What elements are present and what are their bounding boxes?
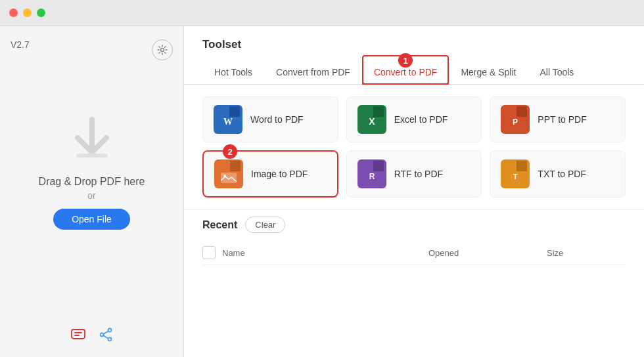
sidebar-bottom-icons bbox=[69, 326, 115, 344]
version-label: V2.7 bbox=[11, 39, 30, 50]
rtf-icon: R bbox=[357, 159, 386, 188]
col-name: Name bbox=[222, 248, 428, 258]
svg-point-0 bbox=[161, 49, 164, 52]
tool-rtf-to-pdf[interactable]: R RTF to PDF bbox=[346, 150, 482, 198]
titlebar bbox=[0, 0, 644, 26]
tab-bar: Hot Tools Convert from PDF 1 Convert to … bbox=[184, 60, 644, 85]
svg-rect-1 bbox=[76, 154, 108, 158]
svg-point-3 bbox=[108, 329, 111, 332]
main-layout: V2.7 Drag & Drop PDF here or Open File bbox=[0, 26, 644, 357]
tool-image-label: Image to PDF bbox=[251, 169, 308, 179]
close-button[interactable] bbox=[9, 9, 18, 17]
tool-word-to-pdf[interactable]: W Word to PDF bbox=[202, 96, 338, 142]
tools-grid: W Word to PDF X Excel to PDF bbox=[184, 85, 644, 209]
toolset-header: Toolset bbox=[184, 26, 644, 60]
toolset-title: Toolset bbox=[202, 38, 626, 51]
drop-or-text: or bbox=[87, 190, 95, 201]
recent-title: Recent bbox=[202, 219, 237, 231]
recent-section: Recent Clear Name Opened Size bbox=[184, 209, 644, 265]
sidebar-header: V2.7 bbox=[11, 39, 173, 60]
maximize-button[interactable] bbox=[37, 9, 45, 17]
excel-icon: X bbox=[357, 105, 386, 134]
tab-convert-to-pdf-wrapper: 1 Convert to PDF bbox=[362, 60, 449, 84]
tab-merge-split[interactable]: Merge & Split bbox=[449, 60, 528, 84]
drop-area: Drag & Drop PDF here or Open File bbox=[39, 113, 145, 230]
table-header: Name Opened Size bbox=[202, 241, 626, 265]
gear-icon bbox=[157, 45, 168, 55]
content-area: Toolset Hot Tools Convert from PDF 1 Con… bbox=[184, 26, 644, 357]
col-size: Size bbox=[547, 248, 626, 258]
tool-ppt-to-pdf[interactable]: P PPT to PDF bbox=[490, 96, 626, 142]
svg-text:P: P bbox=[513, 117, 518, 127]
drop-text: Drag & Drop PDF here bbox=[39, 176, 145, 188]
tab-convert-from-pdf[interactable]: Convert from PDF bbox=[264, 60, 362, 84]
svg-rect-13 bbox=[517, 106, 527, 117]
recent-header: Recent Clear bbox=[202, 217, 626, 233]
step-2-badge: 2 bbox=[223, 144, 237, 159]
word-icon: W bbox=[214, 105, 242, 134]
tool-txt-label: TXT to PDF bbox=[538, 169, 586, 179]
traffic-lights bbox=[9, 9, 45, 17]
svg-text:W: W bbox=[223, 117, 233, 127]
tab-all-tools[interactable]: All Tools bbox=[528, 60, 586, 84]
col-opened: Opened bbox=[428, 248, 547, 258]
svg-text:X: X bbox=[369, 116, 375, 127]
svg-text:T: T bbox=[513, 173, 518, 180]
svg-point-5 bbox=[108, 338, 111, 341]
tab-hot-tools[interactable]: Hot Tools bbox=[202, 60, 264, 84]
open-file-button[interactable]: Open File bbox=[53, 209, 130, 230]
tool-word-label: Word to PDF bbox=[250, 114, 304, 125]
txt-icon: T bbox=[501, 159, 530, 188]
tool-excel-label: Excel to PDF bbox=[394, 114, 448, 125]
tool-ppt-label: PPT to PDF bbox=[538, 114, 586, 125]
image-icon bbox=[214, 159, 243, 188]
svg-rect-23 bbox=[517, 161, 527, 171]
tool-txt-to-pdf[interactable]: T TXT to PDF bbox=[490, 150, 626, 198]
ppt-icon: P bbox=[501, 105, 530, 134]
tool-excel-to-pdf[interactable]: X Excel to PDF bbox=[346, 96, 482, 142]
share-icon[interactable] bbox=[97, 326, 115, 344]
tool-rtf-label: RTF to PDF bbox=[394, 169, 443, 179]
minimize-button[interactable] bbox=[23, 9, 32, 17]
step-1-badge: 1 bbox=[398, 53, 413, 68]
tool-image-to-pdf[interactable]: 2 Image to PDF bbox=[202, 150, 338, 198]
svg-rect-20 bbox=[373, 161, 384, 171]
settings-button[interactable] bbox=[152, 39, 173, 60]
svg-rect-2 bbox=[72, 329, 85, 339]
clear-button[interactable]: Clear bbox=[245, 217, 285, 233]
drop-icon bbox=[66, 113, 118, 165]
svg-text:R: R bbox=[369, 172, 375, 181]
feedback-icon[interactable] bbox=[69, 326, 87, 344]
sidebar: V2.7 Drag & Drop PDF here or Open File bbox=[0, 26, 184, 357]
select-all-checkbox[interactable] bbox=[202, 246, 216, 259]
svg-rect-10 bbox=[373, 106, 384, 117]
svg-point-4 bbox=[100, 333, 103, 337]
svg-rect-16 bbox=[230, 161, 241, 171]
svg-rect-7 bbox=[229, 106, 240, 117]
